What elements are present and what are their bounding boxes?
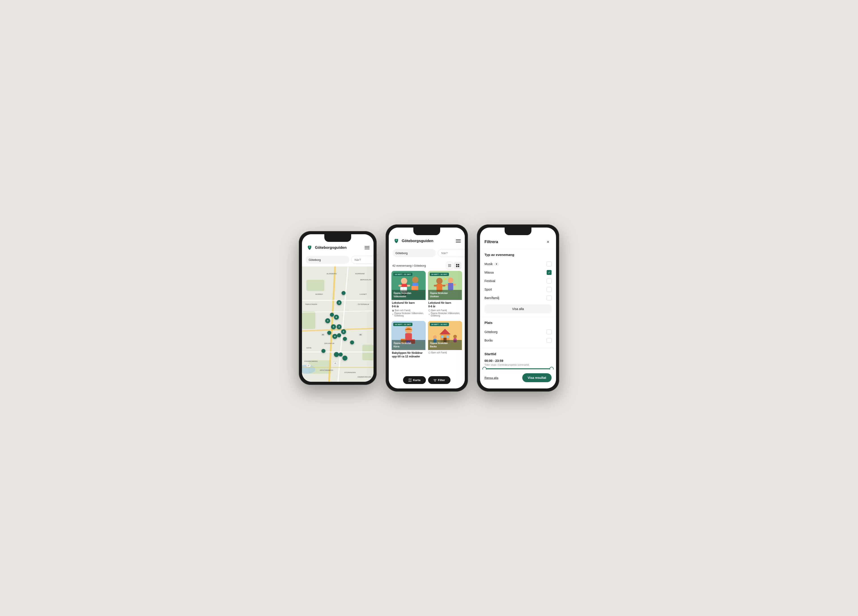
svg-rect-27 — [392, 290, 426, 300]
filter-item-festival: Festival — [485, 277, 552, 285]
event-card-4[interactable]: 18 SEPT - 31 OKT — [428, 321, 462, 360]
visa-resultat-button[interactable]: Visa resultat — [522, 373, 552, 382]
svg-text:👪: 👪 — [392, 310, 394, 312]
map-view[interactable]: ALIDEBERG NORRMAM BERGDALEN NORRBY LUGNE… — [302, 267, 373, 382]
barnfamilj-checkbox[interactable] — [547, 295, 552, 300]
map-pin-10[interactable] — [322, 349, 325, 353]
goteborg-checkbox[interactable] — [547, 329, 552, 334]
filter-label-musik: Musik ▾ — [485, 262, 499, 266]
svg-point-46 — [429, 310, 431, 311]
map-pin-9[interactable] — [350, 340, 354, 344]
svg-text:Välkomsten: Välkomsten — [394, 295, 406, 298]
svg-rect-40 — [446, 284, 448, 286]
filter-footer: Rensa alla Visa resultat — [480, 369, 556, 388]
event-card-2[interactable]: 18 SEPT - 31 OKT — [428, 271, 462, 319]
filter-close-button[interactable]: × — [544, 238, 552, 245]
category-icon-1: 👪 — [392, 309, 394, 312]
map-label-parkstaden: PARKSTADEN — [305, 303, 317, 305]
svg-rect-12 — [458, 264, 459, 265]
visa-alla-button[interactable]: Visa alla — [485, 304, 552, 313]
filter-label-boras: Borås — [485, 338, 493, 342]
category-icon-2 — [428, 309, 431, 312]
svg-point-47 — [429, 314, 430, 315]
svg-text:Öppna förskolan: Öppna förskolan — [394, 342, 411, 344]
karta-label: Karta — [413, 379, 420, 382]
event-card-1[interactable]: 18 SEPT - 31 OKT — [392, 271, 426, 319]
view-toggle — [446, 262, 461, 269]
svg-point-32 — [392, 314, 393, 315]
when-input-map[interactable] — [351, 256, 373, 264]
svg-rect-8 — [448, 264, 451, 265]
musik-dropdown[interactable]: ▾ — [494, 262, 499, 266]
filter-button-list[interactable]: Filter — [428, 376, 451, 384]
massa-checkbox[interactable] — [547, 270, 552, 275]
map-pin-11[interactable] — [334, 352, 339, 357]
search-bar-list: Göteborg — [389, 247, 465, 260]
filter-item-boras: Borås — [485, 336, 552, 344]
app-logo-2: Göteborgsguiden — [393, 237, 434, 245]
filter-item-sport: Sport — [485, 285, 552, 294]
map-pin-3[interactable] — [330, 313, 334, 317]
svg-text:Öppna förskolan: Öppna förskolan — [394, 292, 411, 294]
phone-notch-2 — [413, 228, 440, 235]
when-input-list[interactable] — [438, 249, 465, 257]
boras-checkbox[interactable] — [547, 338, 552, 343]
close-icon: × — [547, 239, 549, 245]
svg-point-38 — [448, 278, 453, 283]
svg-rect-18 — [399, 285, 402, 287]
svg-rect-37 — [442, 285, 446, 287]
svg-text:Backa: Backa — [430, 345, 437, 348]
festival-checkbox[interactable] — [547, 278, 552, 283]
map-label-druvefor: DRUVEFOR — [324, 343, 334, 344]
map-pin-8b[interactable] — [343, 337, 347, 341]
svg-rect-61 — [441, 336, 443, 338]
grid-view-btn[interactable] — [454, 262, 461, 269]
events-grid: 18 SEPT - 31 OKT — [389, 271, 465, 360]
svg-rect-41 — [453, 284, 456, 286]
sport-checkbox[interactable] — [547, 287, 552, 292]
map-pin-2[interactable]: 2 — [337, 300, 342, 305]
list-view-icon — [448, 264, 451, 267]
map-pin-6[interactable]: 6 — [333, 334, 337, 339]
rensa-alla-button[interactable]: Rensa alla — [485, 376, 498, 380]
hamburger-menu-2[interactable] — [456, 239, 461, 242]
musik-checkbox[interactable] — [547, 262, 552, 267]
location-icon-1 — [392, 313, 394, 316]
map-pin-7[interactable] — [337, 333, 341, 337]
slider-track[interactable] — [485, 368, 552, 369]
event-name-2: Lekstund för barn0-6 år — [428, 301, 462, 308]
city-input-map[interactable]: Göteborg — [306, 256, 350, 264]
map-pin-4a[interactable]: 4 — [325, 318, 330, 323]
event-meta-1: 👪 Barn och Familj — [392, 309, 425, 312]
map-pin-3b[interactable]: 3 — [341, 329, 346, 334]
map-pin-13[interactable] — [342, 355, 347, 360]
filter-label-massa: Mässa — [485, 271, 494, 274]
app-name: Göteborgsguiden — [315, 245, 347, 250]
svg-rect-39 — [448, 283, 453, 290]
events-count: 42 evenemang i Göteborg — [392, 264, 426, 267]
map-pin-4b[interactable]: 4 — [331, 324, 336, 329]
svg-rect-62 — [447, 336, 449, 338]
map-pin-5[interactable] — [327, 331, 331, 335]
hamburger-menu[interactable] — [365, 246, 370, 249]
map-label-storangen: STORANGEN — [344, 371, 356, 374]
karta-button[interactable]: Karta — [403, 376, 426, 384]
map-pin-2b[interactable]: 2 — [337, 324, 342, 329]
filter-item-musik: Musik ▾ — [485, 260, 552, 268]
location-icon-2 — [428, 313, 430, 316]
list-view-btn[interactable] — [446, 262, 453, 269]
category-icon-4 — [428, 352, 431, 354]
svg-text:Kärra: Kärra — [394, 345, 400, 348]
event-card-3[interactable]: 18 SEPT - 31 OKT — [392, 321, 426, 360]
svg-text:Utsikten: Utsikten — [430, 295, 439, 298]
map-pin-8[interactable]: 8 — [334, 315, 339, 320]
map-pin-1[interactable] — [342, 291, 345, 295]
svg-point-70 — [429, 352, 431, 354]
map-pin-12[interactable] — [339, 352, 343, 357]
city-input-list[interactable]: Göteborg — [392, 249, 436, 257]
event-date-2: 18 SEPT - 31 OKT — [430, 273, 449, 276]
map-label-lugnet: LUGNET — [360, 293, 367, 295]
phone-map: Göteborgsguiden Göteborg — [299, 231, 377, 385]
event-name-1: Lekstund för barn0-6 år — [392, 301, 425, 308]
svg-text:Öppna förskolan: Öppna förskolan — [430, 342, 448, 344]
